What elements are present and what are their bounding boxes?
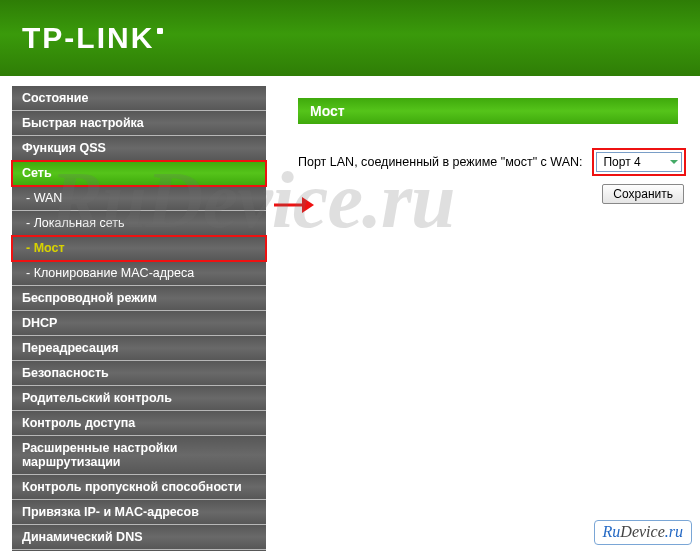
badge-part1: Ru [603,523,621,540]
sidebar-item-label: Состояние [22,91,88,105]
field-label: Порт LAN, соединенный в режиме "мост" с … [298,155,582,169]
sidebar-item-14[interactable]: Расширенные настройки маршрутизации [12,436,266,475]
sidebar-item-label: Контроль пропускной способности [22,480,242,494]
sidebar-item-label: Динамический DNS [22,530,143,544]
sidebar-item-16[interactable]: Привязка IP- и MAC-адресов [12,500,266,525]
sidebar-item-9[interactable]: DHCP [12,311,266,336]
sidebar-item-label: Расширенные настройки маршрутизации [22,441,177,469]
chevron-down-icon [669,157,679,167]
brand-text: TP-LINK [22,21,154,55]
sidebar-item-label: Родительский контроль [22,391,172,405]
sidebar-item-label: Беспроводной режим [22,291,157,305]
sidebar-item-2[interactable]: Функция QSS [12,136,266,161]
sidebar-item-label: DHCP [22,316,57,330]
footer-badge: RuDevice.ru [594,520,692,545]
sidebar-item-label: Безопасность [22,366,109,380]
save-button[interactable]: Сохранить [602,184,684,204]
sidebar-item-label: - WAN [26,191,62,205]
sidebar-item-label: Сеть [22,166,52,180]
sidebar-subitem-5[interactable]: - Локальная сеть [12,211,266,236]
sidebar-item-13[interactable]: Контроль доступа [12,411,266,436]
sidebar-item-0[interactable]: Состояние [12,86,266,111]
sidebar-item-label: Привязка IP- и MAC-адресов [22,505,199,519]
sidebar-item-8[interactable]: Беспроводной режим [12,286,266,311]
sidebar-item-3[interactable]: Сеть [12,161,266,186]
content-pane: Мост Порт LAN, соединенный в режиме "мос… [280,76,700,551]
sidebar-item-17[interactable]: Динамический DNS [12,525,266,550]
sidebar-item-label: Быстрая настройка [22,116,144,130]
sidebar-item-label: - Мост [26,241,65,255]
sidebar-subitem-6[interactable]: - Мост [12,236,266,261]
sidebar-subitem-4[interactable]: - WAN [12,186,266,211]
badge-part3: .ru [665,523,683,540]
bridge-port-row: Порт LAN, соединенный в режиме "мост" с … [298,152,694,172]
header-band: TP-LINK [0,0,700,76]
sidebar-nav: СостояниеБыстрая настройкаФункция QSSСет… [0,76,280,551]
bridge-port-select[interactable]: Порт 4 [596,152,682,172]
sidebar-item-label: Переадресация [22,341,119,355]
sidebar-item-12[interactable]: Родительский контроль [12,386,266,411]
sidebar-item-label: Функция QSS [22,141,106,155]
sidebar-item-10[interactable]: Переадресация [12,336,266,361]
section-title: Мост [310,103,345,119]
sidebar-item-11[interactable]: Безопасность [12,361,266,386]
section-title-bar: Мост [298,98,678,124]
badge-part2: Device [620,523,664,540]
sidebar-item-label: Контроль доступа [22,416,135,430]
sidebar-item-1[interactable]: Быстрая настройка [12,111,266,136]
sidebar-item-label: - Клонирование MAC-адреса [26,266,194,280]
sidebar-subitem-7[interactable]: - Клонирование MAC-адреса [12,261,266,286]
brand-logo: TP-LINK [22,21,163,55]
select-value: Порт 4 [603,155,640,169]
main-layout: СостояниеБыстрая настройкаФункция QSSСет… [0,76,700,551]
brand-dot [157,28,163,34]
sidebar-item-label: - Локальная сеть [26,216,124,230]
sidebar-item-15[interactable]: Контроль пропускной способности [12,475,266,500]
